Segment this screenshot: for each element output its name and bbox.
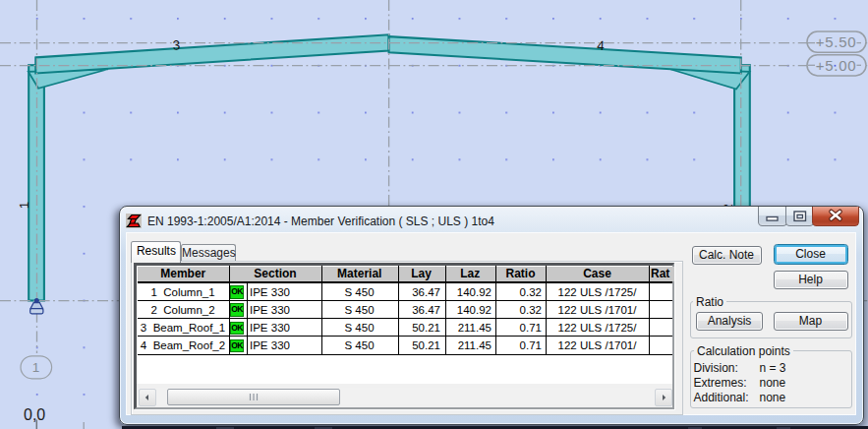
svg-text:0,0: 0,0: [24, 406, 45, 423]
svg-text:+5.50: +5.50: [816, 33, 856, 50]
svg-text:1: 1: [32, 360, 40, 375]
svg-text:3: 3: [172, 37, 180, 52]
svg-text:1: 1: [17, 202, 31, 210]
svg-text:4: 4: [597, 38, 606, 53]
svg-text:+5.00: +5.00: [816, 57, 856, 74]
